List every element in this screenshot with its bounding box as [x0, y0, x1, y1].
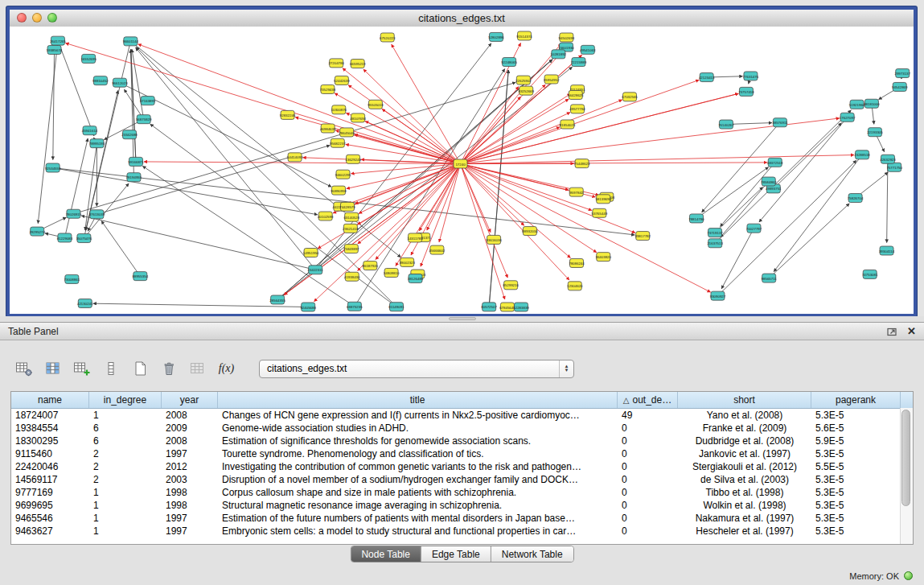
network-node[interactable]: 49541063 — [580, 45, 596, 54]
table-row[interactable]: 1872400712008Changes of HCN gene express… — [11, 409, 913, 422]
table-cell[interactable]: 2008 — [162, 409, 218, 422]
network-node[interactable]: 12304620 — [567, 282, 583, 290]
table-cell[interactable]: 22420046 — [11, 460, 89, 473]
network-node[interactable]: 23342688 — [121, 130, 138, 139]
table-row[interactable]: 2242004622012Investigating the contribut… — [11, 460, 913, 473]
table-cell[interactable]: Tourette syndrome. Phenomenology and cla… — [218, 447, 618, 460]
tab-network-table[interactable]: Network Table — [491, 546, 573, 562]
table-cell[interactable]: 5.3E-5 — [811, 512, 901, 525]
table-cell[interactable]: Hescheler et al. (1997) — [678, 525, 811, 538]
network-node[interactable]: 49577784 — [569, 105, 585, 113]
network-node[interactable]: 59385674 — [47, 45, 63, 54]
table-cell[interactable]: 0 — [618, 473, 678, 486]
panel-splitter[interactable] — [0, 316, 924, 322]
network-node[interactable]: 26417265 — [50, 36, 66, 45]
table-cell[interactable]: 18300295 — [11, 435, 89, 447]
splitter-handle[interactable] — [449, 317, 476, 320]
table-cell[interactable]: Changes of HCN gene expression and I(f) … — [218, 409, 618, 422]
column-header[interactable]: year — [162, 392, 218, 408]
column-header[interactable]: name — [11, 392, 89, 408]
network-node[interactable]: 53765449 — [592, 208, 608, 217]
network-node[interactable]: 78086244 — [569, 258, 585, 267]
column-header[interactable]: pagerank — [811, 392, 901, 408]
table-cell[interactable]: 1997 — [162, 447, 218, 460]
network-node[interactable]: 78194955 — [126, 173, 142, 182]
network-node[interactable]: 42130241 — [77, 299, 93, 308]
network-node[interactable]: 45941614 — [82, 126, 98, 135]
table-cell[interactable]: 9463627 — [11, 525, 89, 538]
network-node[interactable]: 86187920 — [363, 262, 379, 270]
table-cell[interactable]: 0 — [618, 422, 678, 435]
network-node[interactable]: 81854023 — [560, 120, 576, 129]
network-node[interactable]: 81149091 — [388, 303, 405, 311]
network-node[interactable]: 42632923 — [880, 154, 896, 163]
network-node[interactable]: 81229083 — [57, 233, 73, 242]
table-cell[interactable]: 9465546 — [11, 512, 89, 525]
table-cell[interactable]: Stergiakouli et al. (2012) — [678, 460, 811, 473]
table-cell[interactable]: 2 — [89, 447, 162, 460]
delete-table-button[interactable] — [158, 358, 179, 380]
network-node[interactable]: 38126485 — [408, 274, 424, 283]
network-node[interactable]: 41938430 — [344, 272, 360, 281]
network-node[interactable]: 95682237 — [330, 138, 346, 147]
memory-status-indicator[interactable] — [904, 571, 913, 580]
network-node[interactable]: 98810452 — [92, 76, 109, 85]
network-node[interactable]: 51921960 — [849, 100, 865, 109]
table-cell[interactable]: 49 — [618, 409, 678, 422]
network-node[interactable]: 45666602 — [429, 245, 446, 254]
network-node[interactable]: 52283839 — [513, 303, 529, 311]
network-node[interactable]: 78995193 — [89, 139, 105, 148]
network-node[interactable]: 78645040 — [339, 128, 355, 137]
network-node[interactable]: 96601144 — [123, 37, 139, 46]
network-node[interactable]: 67520223 — [380, 33, 396, 42]
network-node[interactable]: 93616036 — [486, 235, 502, 244]
network-view[interactable]: 1724046984635711243514444700850291371678… — [10, 27, 914, 314]
network-node[interactable]: 74428579 — [339, 202, 355, 211]
table-row[interactable]: 946554611997Estimation of the future num… — [11, 512, 913, 525]
network-node[interactable]: 14951950 — [303, 249, 319, 257]
network-node[interactable]: 78026915 — [66, 209, 82, 218]
network-node[interactable]: 67032565 — [622, 93, 638, 101]
network-node[interactable]: 29295274 — [29, 227, 45, 236]
table-cell[interactable]: 2 — [89, 473, 162, 486]
table-cell[interactable]: 0 — [618, 525, 678, 538]
network-node[interactable]: 59166871 — [128, 157, 144, 166]
table-cell[interactable]: Disruption of a novel member of a sodium… — [218, 473, 618, 486]
network-node[interactable]: 92248065 — [501, 58, 517, 67]
network-node[interactable]: 75826704 — [848, 194, 864, 203]
table-cell[interactable]: 2003 — [162, 473, 218, 486]
network-node[interactable]: 27204786 — [328, 59, 344, 68]
table-cell[interactable]: 6 — [89, 435, 162, 447]
table-cell[interactable]: Dudbridge et al. (2008) — [678, 435, 811, 447]
network-node[interactable]: 35075476 — [76, 234, 92, 243]
table-row[interactable]: 1456911722003Disruption of a novel membe… — [11, 473, 913, 486]
table-cell[interactable]: 5.3E-5 — [811, 473, 901, 486]
table-row[interactable]: 1938455462009Genome-wide association stu… — [11, 422, 913, 435]
network-node[interactable]: 75849897 — [343, 245, 359, 253]
table-cell[interactable]: 5.9E-5 — [811, 435, 901, 447]
network-node[interactable]: 36403820 — [595, 253, 611, 262]
table-row[interactable]: 969969511998Structural magnetic resonanc… — [11, 499, 913, 512]
network-node[interactable]: 39817782 — [634, 232, 651, 241]
function-builder-button[interactable]: f(x) — [216, 358, 237, 380]
network-node[interactable]: 88955354 — [133, 272, 149, 281]
table-cell[interactable]: 14569117 — [11, 473, 89, 486]
network-node[interactable]: 40102598 — [318, 212, 334, 220]
network-node[interactable]: 76140267 — [718, 120, 734, 129]
table-cell[interactable]: 0 — [618, 486, 678, 499]
table-cell[interactable]: 5.3E-5 — [811, 499, 901, 512]
float-panel-icon[interactable] — [887, 327, 897, 336]
tab-edge-table[interactable]: Edge Table — [421, 546, 491, 562]
network-node[interactable]: 23288518 — [854, 150, 870, 159]
table-cell[interactable]: de Silva et al. (2003) — [678, 473, 811, 486]
table-cell[interactable]: 0 — [618, 499, 678, 512]
network-node[interactable]: 21637513 — [707, 239, 723, 248]
network-node[interactable]: 94502698 — [559, 33, 575, 42]
table-cell[interactable]: 5.3E-5 — [811, 486, 901, 499]
network-node[interactable]: 17627097 — [840, 113, 856, 122]
table-cell[interactable]: 5.3E-5 — [811, 525, 901, 538]
network-node[interactable]: 39304114 — [879, 246, 895, 255]
network-node[interactable]: 56875929 — [136, 115, 152, 124]
network-node[interactable]: 78814780 — [688, 214, 704, 223]
table-cell[interactable]: 9777169 — [11, 486, 89, 499]
